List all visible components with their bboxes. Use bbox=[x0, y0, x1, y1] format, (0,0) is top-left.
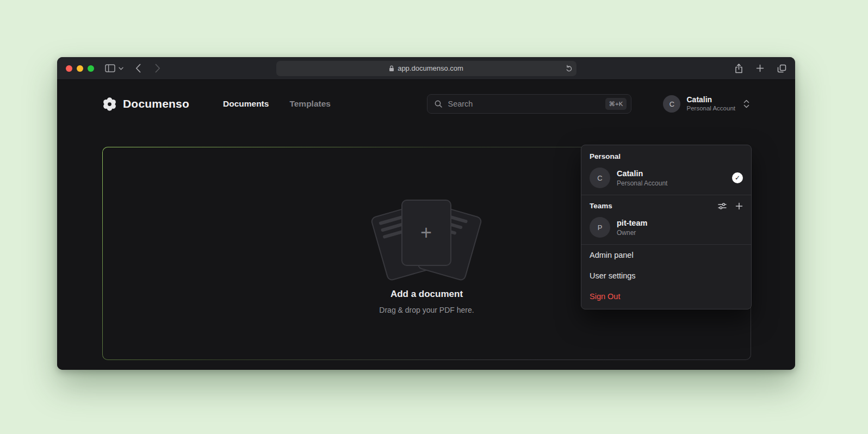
dropzone-title: Add a document bbox=[390, 289, 463, 300]
primary-nav: Documents Templates bbox=[223, 99, 331, 109]
menu-section-personal: Personal bbox=[581, 146, 751, 165]
team-avatar: P bbox=[590, 217, 610, 238]
selected-check-icon: ✓ bbox=[732, 172, 743, 183]
browser-window: app.documenso.com bbox=[57, 57, 795, 370]
menu-item-sign-out[interactable]: Sign Out bbox=[581, 286, 751, 309]
account-dropdown-menu: Personal C Catalin Personal Account ✓ Te… bbox=[581, 145, 752, 309]
menu-item-user-settings[interactable]: User settings bbox=[581, 265, 751, 286]
back-button-icon[interactable] bbox=[135, 64, 141, 73]
brand-name: Documenso bbox=[123, 97, 189, 110]
dropzone-subtitle: Drag & drop your PDF here. bbox=[379, 306, 474, 314]
menu-team-item[interactable]: P pit-team Owner bbox=[581, 214, 751, 244]
team-role: Owner bbox=[617, 229, 647, 237]
team-name: pit-team bbox=[617, 218, 647, 228]
forward-button-icon[interactable] bbox=[155, 64, 160, 73]
document-stack-illustration: + bbox=[370, 193, 484, 276]
search-box[interactable]: ⌘+K bbox=[427, 94, 631, 114]
close-window-button[interactable] bbox=[66, 65, 72, 72]
sidebar-toggle-icon[interactable] bbox=[105, 64, 115, 72]
reload-icon[interactable] bbox=[565, 65, 572, 72]
chevron-up-down-icon bbox=[743, 99, 749, 109]
personal-account-name: Catalin bbox=[617, 169, 667, 178]
app-header: Documenso Documents Templates ⌘+K C bbox=[57, 80, 795, 114]
manage-teams-icon[interactable] bbox=[718, 202, 727, 210]
nav-item-documents[interactable]: Documents bbox=[223, 99, 269, 109]
nav-item-templates[interactable]: Templates bbox=[289, 99, 331, 109]
new-tab-icon[interactable] bbox=[756, 64, 764, 72]
personal-account-avatar: C bbox=[590, 168, 610, 188]
tab-overview-icon[interactable] bbox=[777, 64, 786, 73]
address-bar[interactable]: app.documenso.com bbox=[276, 61, 576, 76]
document-card-center: + bbox=[401, 200, 451, 266]
minimize-window-button[interactable] bbox=[77, 65, 83, 72]
address-bar-url: app.documenso.com bbox=[398, 64, 463, 72]
search-icon bbox=[434, 100, 443, 108]
documenso-logo-icon bbox=[102, 97, 117, 111]
sidebar-chevron-down-icon[interactable] bbox=[119, 67, 123, 70]
menu-item-admin-panel[interactable]: Admin panel bbox=[581, 245, 751, 265]
account-menu-button[interactable]: C Catalin Personal Account bbox=[663, 95, 749, 113]
add-document-plus-icon: + bbox=[420, 223, 432, 243]
search-input[interactable] bbox=[448, 100, 600, 108]
create-team-plus-icon[interactable] bbox=[735, 202, 743, 210]
share-icon[interactable] bbox=[735, 64, 743, 73]
account-avatar: C bbox=[663, 95, 680, 113]
documenso-logo[interactable]: Documenso bbox=[102, 97, 189, 111]
documenso-page: Documenso Documents Templates ⌘+K C bbox=[57, 80, 795, 370]
browser-titlebar: app.documenso.com bbox=[57, 57, 795, 80]
menu-section-teams: Teams bbox=[590, 202, 612, 210]
window-controls bbox=[66, 65, 94, 72]
lock-icon bbox=[389, 65, 394, 72]
menu-personal-account-item[interactable]: C Catalin Personal Account ✓ bbox=[581, 165, 751, 195]
zoom-window-button[interactable] bbox=[88, 65, 94, 72]
account-name: Catalin bbox=[686, 95, 735, 104]
account-subtitle: Personal Account bbox=[686, 105, 735, 113]
search-shortcut-badge: ⌘+K bbox=[605, 98, 627, 110]
personal-account-subtitle: Personal Account bbox=[617, 179, 667, 187]
